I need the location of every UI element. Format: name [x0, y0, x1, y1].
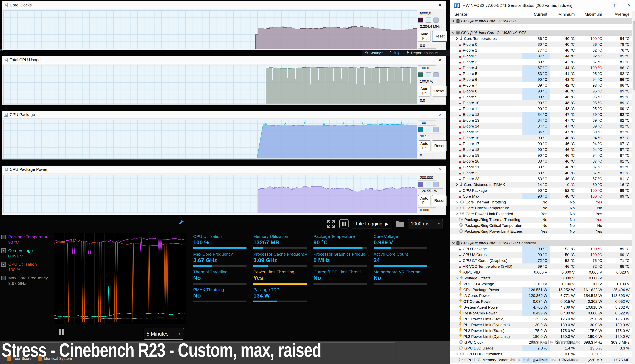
sensor-row[interactable]: E-core 1284 °C47 °C89 °C82 °C — [450, 112, 632, 118]
sensor-table-header[interactable]: Sensor Current Minimum Maximum Average — [450, 11, 635, 18]
help-menu-item[interactable]: ? Help — [389, 50, 400, 55]
sensor-row[interactable]: E-core 2183 °C46 °C87 °C81 °C — [450, 164, 632, 170]
series-checkbox[interactable]: ✓ — [1, 262, 6, 267]
chevron-right-icon[interactable] — [455, 206, 459, 210]
polling-interval-select[interactable]: 1000 ms ▼ — [408, 219, 443, 228]
sensor-row[interactable]: CPU Package90 °C52 °C100 °C89 °C — [450, 188, 632, 194]
folder-icon[interactable] — [396, 220, 404, 228]
sensor-row[interactable]: E-core 1484 °C47 °C89 °C82 °C — [450, 123, 632, 129]
sensor-row[interactable]: Core Power Limit ExceededYesNoYes — [450, 211, 632, 217]
sensor-row[interactable]: Package/Ring Critical TemperatureNoNoNo — [450, 222, 632, 228]
sensor-row[interactable]: E-core 1890 °C46 °C94 °C87 °C — [450, 147, 632, 152]
sensor-row[interactable]: PL1 Power Limit (Dynamic)130.0 W130.0 W1… — [450, 322, 632, 328]
series-color-swatch[interactable] — [426, 127, 431, 132]
series-color-swatch[interactable] — [426, 182, 431, 187]
sensor-section-header[interactable]: CPU [#0]: Intel Core i9-13980HX: DTS — [450, 30, 632, 36]
sensor-row[interactable]: E-core 2383 °C46 °C87 °C81 °C — [450, 176, 632, 182]
chevron-right-icon[interactable] — [455, 37, 459, 40]
chevron-down-icon[interactable] — [452, 32, 455, 34]
reset-button[interactable]: Reset — [432, 86, 447, 96]
sensor-row[interactable]: Package/Ring Thermal ThrottlingNoNoYes — [450, 217, 632, 222]
window-titlebar[interactable]: CPU Package ✕ — [2, 111, 446, 119]
sensor-row[interactable]: P-core 690 °C43 °C94 °C86 °C — [450, 76, 632, 82]
sensor-row[interactable]: Core Max90 °C48 °C100 °C89 °C — [450, 194, 632, 199]
pause-button[interactable] — [59, 329, 64, 335]
series-color-swatch[interactable] — [434, 18, 439, 22]
close-icon[interactable]: ✕ — [437, 2, 443, 8]
auto-fit-button[interactable]: Auto Fit — [418, 140, 431, 151]
series-checkbox[interactable]: ✓ — [1, 235, 6, 239]
series-color-swatch[interactable] — [434, 72, 439, 77]
sensor-row[interactable]: E-core 1090 °C48 °C95 °C89 °C — [450, 100, 632, 106]
sensor-row[interactable]: E-core 1990 °C46 °C94 °C87 °C — [450, 152, 632, 158]
window-titlebar[interactable]: Total CPU Usage ✕ — [2, 56, 446, 64]
chevron-right-icon[interactable] — [455, 201, 459, 204]
series-color-swatch[interactable] — [426, 72, 431, 77]
series-checkbox[interactable]: ✓ — [1, 276, 6, 280]
scrollbar[interactable] — [632, 11, 635, 364]
series-color-swatch[interactable] — [418, 18, 423, 22]
sensor-row[interactable]: Package/Ring Power Limit ExceededYesNoYe… — [450, 228, 632, 234]
sensor-row[interactable]: P-core 287 °C44 °C92 °C85 °C — [450, 53, 632, 59]
reset-button[interactable]: Reset — [432, 140, 447, 151]
maximize-icon[interactable]: □ — [614, 3, 617, 8]
sensor-row[interactable]: GPU D3D Utilizations0.0 %0.0 % — [450, 351, 632, 357]
expand-icon[interactable] — [326, 219, 336, 228]
sensor-row[interactable]: iGPU VID0.000 V0.000 V0.865 V0.023 V — [450, 269, 632, 275]
window-titlebar[interactable]: CPU Package Power ✕ — [2, 166, 446, 174]
close-icon[interactable]: ✕ — [627, 3, 631, 8]
pause-button[interactable] — [339, 219, 349, 228]
sensor-row[interactable]: E-core 1690 °C46 °C94 °C87 °C — [450, 135, 632, 141]
series-color-swatch[interactable] — [418, 182, 423, 187]
sensor-row[interactable]: IA Cores Power120.369 W6.771 W154.543 W1… — [450, 293, 632, 298]
series-color-swatch[interactable] — [434, 182, 439, 187]
report-issue-menu-item[interactable]: ⚑ Report an issue — [406, 50, 438, 55]
sensor-row[interactable]: CPU Package90 °C53 °C100 °C89 °C — [450, 246, 632, 252]
sensor-row[interactable]: Core Thermal ThrottlingNoNoYes — [450, 199, 632, 205]
settings-menu-item[interactable]: ⚙ Settings — [365, 50, 383, 55]
hwinfo-titlebar[interactable]: HWiNFO32 v7.66-5271 Sensor Status [266 v… — [450, 0, 635, 11]
close-icon[interactable]: ✕ — [437, 112, 443, 118]
reset-button[interactable]: Reset — [432, 31, 447, 42]
chevron-right-icon[interactable] — [455, 183, 459, 186]
sensor-row[interactable]: GT Cores Power0.034 W0.015 W0.302 W0.052… — [450, 298, 632, 304]
sensor-row[interactable]: CPU Package Power126.551 W18.252 W161.62… — [450, 287, 632, 293]
chevron-right-icon[interactable] — [455, 352, 459, 356]
sensor-row[interactable]: VR VCC Temperature (SVID)69 °C46 °C72 °C… — [450, 264, 632, 269]
minimize-icon[interactable]: – — [601, 3, 604, 8]
wrench-icon[interactable] — [178, 219, 185, 226]
time-range-select[interactable]: 5 Minutes ▼ — [144, 328, 184, 340]
sensor-row[interactable]: Rest-of-Chip Power0.499 W0.489 W0.608 W0… — [450, 310, 632, 316]
close-icon[interactable]: ✕ — [437, 167, 443, 172]
chevron-down-icon[interactable] — [452, 242, 455, 244]
sensor-row[interactable]: P-core 177 °C40 °C82 °C76 °C — [450, 47, 632, 53]
sensor-row[interactable]: P-core 487 °C44 °C100 °C86 °C — [450, 65, 632, 71]
reset-button[interactable]: Reset — [432, 195, 447, 206]
sensor-row[interactable]: P-core 383 °C42 °C87 °C81 °C — [450, 59, 632, 65]
sensor-row[interactable]: PL2 Power Limit (Static)175.0 W175.0 W17… — [450, 328, 632, 334]
series-color-swatch[interactable] — [418, 127, 423, 132]
sensor-row[interactable]: PL2 Power Limit (Dynamic)180.0 W180.0 W1… — [450, 334, 632, 340]
sensor-row[interactable]: P-core 789 °C42 °C93 °C86 °C — [450, 82, 632, 88]
series-color-swatch[interactable] — [426, 18, 431, 22]
sensor-row[interactable]: E-core 2283 °C46 °C87 °C81 °C — [450, 170, 632, 176]
sensor-row[interactable]: CPU IA Cores90 °C50 °C100 °C89 °C — [450, 252, 632, 258]
series-checkbox[interactable]: ✓ — [1, 248, 6, 253]
sensor-row[interactable]: CPU GT Cores (Graphics)72 °C52 °C75 °C71… — [450, 258, 632, 264]
sensor-row[interactable]: E-core 1584 °C47 °C89 °C82 °C — [450, 129, 632, 135]
sensor-row[interactable]: E-core 2083 °C46 °C87 °C81 °C — [450, 158, 632, 164]
sensor-row[interactable]: Core Temperatures86 °C40 °C100 °C84 °C — [450, 36, 632, 42]
sensor-row[interactable]: GPU D3D Usage2.8 %1.4 %13.6 %3.3 % — [450, 345, 632, 351]
chevron-right-icon[interactable] — [455, 212, 459, 215]
sensor-row[interactable]: E-core 1190 °C48 °C95 °C89 °C — [450, 106, 632, 112]
sensor-row[interactable]: E-core 890 °C48 °C95 °C89 °C — [450, 88, 632, 94]
sensor-row[interactable]: Voltage Offsets0.000 V0.000 V — [450, 275, 632, 281]
file-logging-button[interactable]: File Logging ▶ — [352, 219, 392, 228]
sensor-row[interactable]: P-core 583 °C41 °C95 °C82 °C — [450, 71, 632, 76]
chevron-right-icon[interactable] — [452, 20, 455, 22]
sensor-section-header[interactable]: CPU [#0]: Intel Core i9-13980HX — [450, 18, 632, 24]
sensor-row[interactable]: VDDQ TX Voltage1.100 V1.100 V1.100 V1.10… — [450, 281, 632, 287]
series-color-swatch[interactable] — [434, 127, 439, 132]
scrollbar-thumb[interactable] — [633, 21, 634, 90]
auto-fit-button[interactable]: Auto Fit — [418, 31, 431, 42]
